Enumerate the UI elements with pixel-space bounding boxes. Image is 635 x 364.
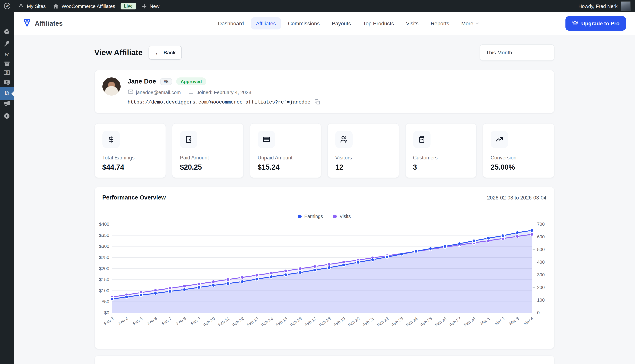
wp-admin-bar: W My Sites WooCommerce Affiliates Live N… [0, 0, 635, 12]
svg-text:Feb 25: Feb 25 [419, 316, 433, 328]
nav-item-commissions[interactable]: Commissions [283, 18, 325, 30]
svg-text:Feb 13: Feb 13 [246, 316, 259, 328]
stat-card: Conversion 25.00% [483, 123, 554, 178]
svg-text:$400: $400 [99, 222, 109, 227]
screen: W My Sites WooCommerce Affiliates Live N… [0, 0, 635, 364]
svg-text:Feb 10: Feb 10 [202, 316, 216, 328]
stat-value: $15.24 [258, 163, 313, 172]
my-sites-menu[interactable]: My Sites [14, 0, 49, 12]
play-circle-icon [3, 112, 11, 121]
stat-label: Paid Amount [180, 155, 236, 160]
nav-item-dashboard[interactable]: Dashboard [213, 18, 249, 30]
affiliates-plugin-icon: D [3, 89, 11, 98]
page-title-row: View Affiliate ← Back This Month [94, 44, 554, 61]
wordpress-logo-icon: W [4, 2, 11, 10]
affiliate-avatar [102, 78, 120, 96]
svg-text:Feb 18: Feb 18 [318, 316, 331, 328]
svg-text:Feb 12: Feb 12 [231, 316, 245, 328]
new-content-menu[interactable]: New [138, 0, 163, 12]
svg-text:Feb 7: Feb 7 [161, 316, 172, 326]
page-content: View Affiliate ← Back This Month Jane Do… [14, 35, 635, 364]
plugin-brand: Affiliates [23, 18, 132, 29]
wp-logo-menu[interactable]: W [0, 0, 14, 12]
stat-value: 25.00% [491, 163, 546, 172]
svg-text:600: 600 [537, 234, 544, 239]
plus-icon [141, 3, 147, 9]
svg-text:Feb 21: Feb 21 [362, 316, 375, 328]
shopping-bag-icon [413, 131, 430, 148]
sidebar-item-dashboard[interactable] [0, 26, 14, 39]
sidebar-item-megaphone[interactable] [0, 98, 14, 110]
svg-text:$150: $150 [99, 277, 109, 282]
back-button[interactable]: ← Back [149, 46, 182, 60]
svg-text:400: 400 [537, 260, 544, 265]
svg-text:$250: $250 [99, 255, 109, 260]
banknote-icon: $ [3, 69, 11, 78]
upgrade-label: Upgrade to Pro [581, 20, 619, 26]
next-section-card [94, 356, 554, 364]
svg-text:$50: $50 [102, 299, 109, 304]
nav-item-reports[interactable]: Reports [426, 18, 454, 30]
affiliate-info-card: Jane Doe #5 Approved janedoe@email.com [94, 70, 554, 113]
svg-text:$: $ [6, 71, 8, 74]
svg-text:$350: $350 [99, 233, 109, 238]
period-filter-value: This Month [486, 50, 512, 56]
affiliate-id-badge: #5 [160, 78, 172, 85]
megaphone-icon [3, 99, 11, 108]
svg-text:$0: $0 [104, 310, 109, 315]
svg-text:$300: $300 [99, 244, 109, 249]
new-label: New [150, 3, 159, 9]
performance-chart: $0$50$100$150$200$250$300$350$4000100200… [95, 187, 555, 350]
period-filter-select[interactable]: This Month [479, 44, 554, 61]
brand-label: Affiliates [35, 20, 63, 28]
nav-item-affiliates[interactable]: Affiliates [251, 18, 281, 30]
stat-value: $44.74 [102, 163, 158, 172]
svg-text:W: W [6, 4, 9, 8]
svg-text:$200: $200 [99, 266, 109, 271]
stat-card: Total Earnings $44.74 [94, 123, 166, 178]
svg-text:0: 0 [537, 310, 539, 315]
home-icon [53, 3, 59, 9]
stat-label: Conversion [491, 155, 546, 160]
svg-text:500: 500 [537, 247, 544, 252]
crown-icon [572, 20, 578, 27]
wallet-icon [180, 131, 197, 148]
svg-text:Feb 14: Feb 14 [260, 316, 273, 328]
svg-text:Mar 1: Mar 1 [479, 316, 491, 326]
chevron-down-icon [475, 21, 480, 26]
stat-label: Customers [413, 155, 469, 160]
svg-text:Feb 22: Feb 22 [376, 316, 389, 328]
svg-text:Feb 5: Feb 5 [132, 316, 143, 326]
svg-text:Feb 28: Feb 28 [463, 316, 476, 328]
affiliates-logo-icon [23, 18, 31, 29]
id-card-icon [3, 78, 11, 88]
site-menu[interactable]: WooCommerce Affiliates [49, 0, 119, 12]
status-badge: Approved [176, 78, 206, 86]
main-nav: Dashboard Affiliates Commissions Payouts… [132, 18, 565, 30]
account-menu[interactable]: Howdy, Fred Nerk [578, 0, 635, 12]
nav-item-more[interactable]: More [456, 18, 485, 30]
affiliate-joined: Joined: February 4, 2023 [188, 89, 251, 96]
svg-text:700: 700 [537, 222, 544, 227]
stat-card: Paid Amount $20.25 [172, 123, 244, 178]
svg-text:Feb 8: Feb 8 [175, 316, 187, 326]
nav-item-payouts[interactable]: Payouts [327, 18, 356, 30]
stat-label: Unpaid Amount [258, 155, 313, 160]
nav-item-top-products[interactable]: Top Products [358, 18, 399, 30]
copy-url-icon[interactable] [314, 99, 321, 105]
credit-card-icon [258, 131, 275, 148]
svg-text:D: D [5, 90, 9, 96]
stat-label: Visitors [335, 155, 391, 160]
svg-text:Feb 6: Feb 6 [146, 316, 158, 326]
svg-text:$100: $100 [99, 288, 109, 293]
environment-badge: Live [120, 3, 136, 9]
user-avatar [621, 1, 630, 11]
back-arrow-icon: ← [155, 49, 161, 56]
svg-text:Feb 27: Feb 27 [448, 316, 461, 328]
stat-value: $20.25 [180, 163, 236, 172]
sidebar-item-play-circle[interactable] [0, 110, 14, 123]
upgrade-to-pro-button[interactable]: Upgrade to Pro [565, 16, 626, 30]
svg-text:Feb 24: Feb 24 [405, 316, 418, 328]
nav-item-visits[interactable]: Visits [401, 18, 423, 30]
svg-text:Feb 15: Feb 15 [275, 316, 288, 328]
